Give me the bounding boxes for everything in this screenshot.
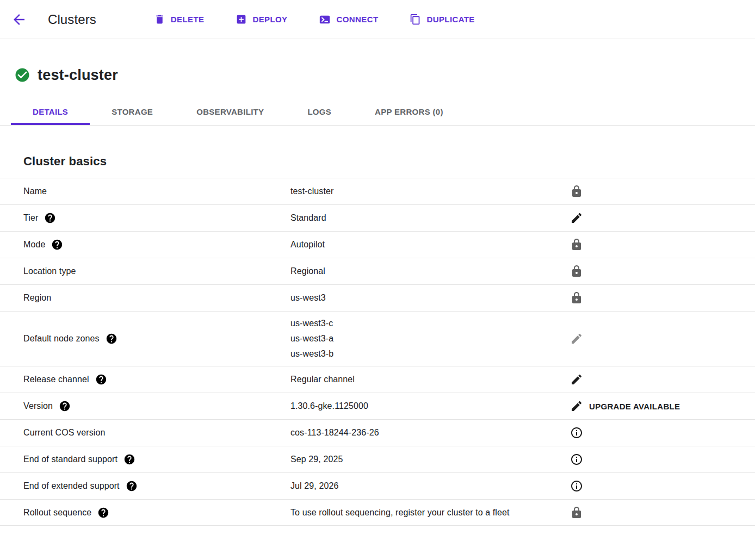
row-action	[568, 265, 755, 278]
row-label: Location type	[23, 266, 290, 276]
row-value: test-cluster	[290, 179, 568, 203]
row-action	[568, 185, 755, 198]
row-action: UPGRADE AVAILABLE	[568, 400, 755, 413]
help-icon[interactable]	[59, 400, 71, 412]
row-value: us-west3-cus-west3-aus-west3-b	[290, 312, 568, 366]
table-row: Version 1.30.6-gke.1125000 UPGRADE AVAIL…	[0, 393, 755, 419]
row-action	[568, 332, 755, 345]
table-row: Tier Standard	[0, 204, 755, 231]
help-icon[interactable]	[51, 239, 63, 251]
row-label-text: Mode	[23, 240, 45, 250]
row-value: cos-113-18244-236-26	[290, 421, 568, 445]
row-value-line: Standard	[290, 210, 563, 226]
connect-button-label: CONNECT	[336, 15, 378, 24]
row-value: Sep 29, 2025	[290, 447, 568, 471]
duplicate-button[interactable]: DUPLICATE	[410, 14, 474, 25]
row-label: Rollout sequence	[23, 507, 290, 519]
row-value-line: Regional	[290, 264, 563, 279]
back-button[interactable]	[8, 8, 30, 31]
row-label-text: Region	[23, 293, 51, 303]
section-title: Cluster basics	[23, 154, 755, 169]
edit-icon[interactable]	[570, 373, 583, 386]
tab-bar: DETAILS STORAGE OBSERVABILITY LOGS APP E…	[0, 98, 755, 126]
row-action	[568, 291, 755, 304]
edit-icon[interactable]	[570, 400, 583, 413]
help-icon[interactable]	[126, 480, 138, 492]
row-label: Version	[23, 400, 290, 412]
tab-storage[interactable]: STORAGE	[90, 98, 175, 125]
deploy-button[interactable]: DEPLOY	[236, 14, 287, 25]
row-label-text: End of extended support	[23, 481, 120, 491]
info-icon[interactable]	[570, 453, 583, 466]
connect-button[interactable]: CONNECT	[319, 14, 378, 26]
info-icon[interactable]	[570, 480, 583, 493]
row-value-line: us-west3-a	[290, 331, 563, 346]
table-row: End of standard support Sep 29, 2025	[0, 446, 755, 472]
row-label-text: Tier	[23, 213, 38, 223]
row-label: End of extended support	[23, 480, 290, 492]
row-value: Jul 29, 2026	[290, 474, 568, 498]
row-value: To use rollout sequencing, register your…	[290, 501, 568, 525]
table-row: Release channel Regular channel	[0, 366, 755, 393]
lock-icon	[570, 238, 583, 251]
top-action-bar: Clusters DELETE DEPLOY CONNECT DUPLICATE	[0, 0, 755, 39]
row-value-line: us-west3-b	[290, 346, 563, 362]
row-action	[568, 453, 755, 466]
row-label-text: Rollout sequence	[23, 508, 91, 518]
duplicate-icon	[410, 14, 421, 25]
row-action	[568, 506, 755, 519]
table-row: Mode Autopilot	[0, 231, 755, 258]
row-label: Current COS version	[23, 428, 290, 438]
table-row: Name test-cluster	[0, 178, 755, 204]
arrow-back-icon	[11, 11, 27, 28]
row-value-line: Regular channel	[290, 372, 563, 387]
tab-logs[interactable]: LOGS	[286, 98, 353, 125]
help-icon[interactable]	[95, 374, 107, 385]
table-row: Region us-west3	[0, 284, 755, 311]
row-value: us-west3	[290, 286, 568, 310]
help-icon[interactable]	[97, 507, 109, 519]
terminal-icon	[319, 14, 331, 26]
tab-details[interactable]: DETAILS	[11, 98, 90, 125]
check-circle-icon	[14, 67, 30, 83]
upgrade-available-label[interactable]: UPGRADE AVAILABLE	[589, 402, 680, 411]
plus-box-icon	[236, 14, 247, 25]
help-icon[interactable]	[106, 333, 117, 345]
row-action	[568, 373, 755, 386]
row-value-line: test-cluster	[290, 184, 563, 199]
help-icon[interactable]	[44, 212, 56, 224]
table-row: End of extended support Jul 29, 2026	[0, 472, 755, 499]
deploy-button-label: DEPLOY	[252, 15, 287, 24]
row-label: Tier	[23, 212, 290, 224]
row-label: End of standard support	[23, 453, 290, 465]
row-value: Standard	[290, 206, 568, 230]
page-title: Clusters	[48, 12, 96, 27]
row-label: Default node zones	[23, 333, 290, 345]
row-value: Autopilot	[290, 233, 568, 257]
table-row: Default node zones us-west3-cus-west3-au…	[0, 311, 755, 366]
duplicate-button-label: DUPLICATE	[426, 15, 474, 24]
row-label: Mode	[23, 239, 290, 251]
row-label: Name	[23, 186, 290, 196]
lock-icon	[570, 291, 583, 304]
row-value-line: Jul 29, 2026	[290, 478, 563, 494]
help-icon[interactable]	[123, 453, 135, 465]
row-action	[568, 211, 755, 225]
info-icon[interactable]	[570, 426, 583, 439]
delete-button[interactable]: DELETE	[154, 14, 205, 25]
delete-button-label: DELETE	[171, 15, 205, 24]
cluster-basics-table: Name test-cluster Tier Standard	[0, 178, 755, 526]
table-row: Location type Regional	[0, 258, 755, 284]
row-value-line: us-west3-c	[290, 316, 563, 331]
tab-app-errors[interactable]: APP ERRORS (0)	[353, 98, 465, 125]
row-value-line: Sep 29, 2025	[290, 452, 563, 467]
row-value: Regular channel	[290, 368, 568, 391]
edit-icon[interactable]	[570, 332, 583, 345]
tab-observability[interactable]: OBSERVABILITY	[175, 98, 286, 125]
row-label-text: Location type	[23, 266, 76, 276]
row-label-text: Current COS version	[23, 428, 105, 438]
row-label-text: Version	[23, 401, 53, 411]
row-value-line: 1.30.6-gke.1125000	[290, 399, 563, 414]
edit-icon[interactable]	[570, 211, 583, 225]
row-action	[568, 426, 755, 439]
